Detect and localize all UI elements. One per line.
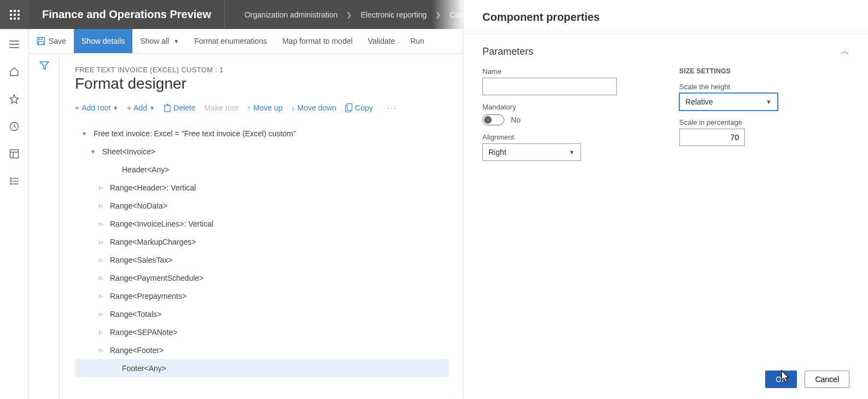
tree-node-label: Free text invoice: Excel = "Free text in… [94, 129, 296, 138]
modules-icon[interactable] [7, 174, 22, 189]
chevron-down-icon: ▼ [149, 105, 155, 111]
tree-row[interactable]: Range<SEPANote> [75, 323, 449, 341]
tree-row[interactable]: Range<SalesTax> [75, 251, 449, 269]
arrow-down-icon: ↓ [291, 103, 295, 112]
scale-pct-input[interactable] [679, 129, 745, 146]
mandatory-value: No [511, 115, 521, 124]
expand-icon[interactable] [97, 203, 104, 209]
run-button[interactable]: Run [403, 29, 432, 53]
svg-rect-7 [14, 18, 16, 20]
filter-icon[interactable] [39, 61, 49, 399]
tree-row[interactable]: Sheet<Invoice> [75, 142, 449, 160]
validate-button[interactable]: Validate [360, 29, 403, 53]
svg-rect-23 [39, 38, 42, 40]
main-content: FREE TEXT INVOICE (EXCEL) CUSTOM : 1 For… [60, 54, 464, 399]
show-details-button[interactable]: Show details [74, 29, 132, 53]
plus-icon: + [75, 103, 79, 112]
breadcrumb-item[interactable]: Organization administration [244, 10, 337, 19]
format-enumerations-button[interactable]: Format enumerations [187, 29, 275, 53]
expand-icon[interactable] [80, 130, 88, 137]
tree-row[interactable]: Range<Prepayments> [75, 287, 449, 305]
expand-icon[interactable] [89, 148, 97, 155]
workspace-icon[interactable] [7, 146, 22, 161]
expand-icon[interactable] [97, 293, 104, 299]
chevron-down-icon: ▼ [569, 149, 575, 155]
expand-icon[interactable] [97, 275, 104, 281]
chevron-up-icon[interactable]: ︿ [841, 46, 849, 57]
move-down-button[interactable]: ↓ Move down [291, 103, 336, 112]
tree-node-label: Range<PaymentSchedule> [110, 274, 203, 282]
copy-button[interactable]: Copy [345, 103, 373, 112]
home-icon[interactable] [7, 64, 22, 79]
svg-point-20 [10, 183, 11, 184]
expand-icon[interactable] [97, 185, 104, 190]
save-label: Save [49, 37, 66, 45]
scale-height-select[interactable]: Relative ▼ [679, 93, 778, 111]
page-subheading: FREE TEXT INVOICE (EXCEL) CUSTOM : 1 [75, 66, 449, 74]
chevron-down-icon: ▼ [766, 99, 772, 105]
parameters-section-header[interactable]: Parameters ︿ [482, 46, 849, 57]
tree-row[interactable]: Range<Totals> [75, 305, 449, 323]
panel-title: Component properties [482, 11, 599, 24]
tree-node-label: Range<Prepayments> [110, 292, 187, 300]
tree-row[interactable]: Range<PaymentSchedule> [75, 269, 449, 287]
tree-row[interactable]: Range<InvoiceLines>: Vertical [75, 215, 449, 233]
parameters-heading: Parameters [482, 46, 533, 57]
copy-label: Copy [355, 103, 373, 112]
svg-rect-8 [18, 18, 20, 20]
add-root-button[interactable]: + Add root ▼ [75, 103, 118, 112]
expand-icon[interactable] [97, 221, 104, 227]
app-launcher-button[interactable] [0, 0, 29, 29]
tree-node-label: Range<SEPANote> [110, 328, 178, 337]
chevron-down-icon: ▼ [113, 105, 118, 111]
tree-row[interactable]: Range<MarkupCharges> [75, 233, 449, 251]
name-input[interactable] [482, 78, 617, 95]
add-button[interactable]: + Add ▼ [127, 103, 155, 112]
app-title: Finance and Operations Preview [29, 0, 225, 29]
alignment-select[interactable]: Right ▼ [482, 143, 581, 161]
tree-row[interactable]: Range<NoData> [75, 196, 449, 215]
tree-row[interactable]: Footer<Any> [75, 359, 449, 377]
mandatory-label: Mandatory [482, 103, 625, 111]
svg-rect-1 [14, 10, 16, 12]
tree-row[interactable]: Free text invoice: Excel = "Free text in… [75, 124, 449, 142]
move-up-button[interactable]: ↑ Move up [247, 103, 283, 112]
tree-row[interactable]: Range<Footer> [75, 341, 449, 359]
properties-panel: Component properties Parameters ︿ Name M… [463, 0, 868, 399]
show-all-label: Show all [140, 37, 169, 45]
tree-row[interactable]: Header<Any> [75, 160, 449, 178]
svg-rect-13 [10, 150, 19, 158]
save-button[interactable]: Save [29, 29, 74, 53]
parameters-grid: Name Mandatory No Alignment Right ▼ [482, 67, 849, 161]
expand-icon[interactable] [97, 257, 104, 263]
mandatory-toggle[interactable] [482, 114, 504, 125]
mandatory-field: Mandatory No [482, 103, 625, 125]
expand-icon[interactable] [97, 239, 104, 245]
tree-node-label: Range<Totals> [110, 310, 161, 319]
copy-icon [345, 103, 353, 112]
overflow-button[interactable]: ··· [382, 103, 397, 112]
ok-button[interactable]: OK [765, 371, 797, 388]
show-details-label: Show details [81, 37, 125, 45]
tree-node-label: Header<Any> [122, 165, 169, 174]
delete-button[interactable]: Delete [164, 103, 195, 112]
size-settings-heading: SIZE SETTINGS [679, 67, 822, 75]
show-all-button[interactable]: Show all ▼ [132, 29, 187, 53]
cancel-button[interactable]: Cancel [805, 371, 849, 388]
star-icon[interactable] [7, 91, 22, 107]
move-down-label: Move down [297, 103, 336, 112]
map-format-button[interactable]: Map format to model [275, 29, 360, 53]
expand-icon[interactable] [97, 348, 104, 353]
tree-row[interactable]: Range<Header>: Vertical [75, 178, 449, 196]
expand-icon[interactable] [97, 311, 104, 317]
tree-node-label: Range<Footer> [110, 346, 164, 355]
hamburger-icon[interactable] [7, 37, 22, 52]
svg-point-18 [10, 181, 11, 182]
expand-icon[interactable] [97, 329, 104, 335]
move-up-label: Move up [253, 103, 283, 112]
scale-pct-label: Scale in percentage [679, 118, 822, 126]
scale-height-field: Scale the height Relative ▼ [679, 83, 822, 111]
recent-icon[interactable] [7, 119, 22, 134]
breadcrumb-item[interactable]: Electronic reporting [360, 10, 427, 19]
add-root-label: Add root [81, 103, 110, 112]
